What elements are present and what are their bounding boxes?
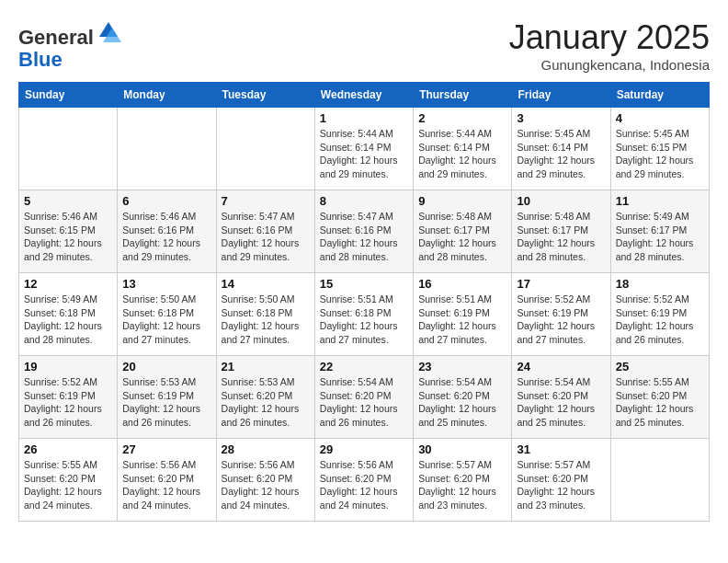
- day-number: 26: [24, 442, 112, 456]
- calendar-cell: 24Sunrise: 5:54 AM Sunset: 6:20 PM Dayli…: [512, 356, 610, 439]
- calendar-cell: 15Sunrise: 5:51 AM Sunset: 6:18 PM Dayli…: [314, 273, 413, 356]
- day-info: Sunrise: 5:54 AM Sunset: 6:20 PM Dayligh…: [320, 375, 408, 430]
- day-number: 16: [418, 277, 506, 291]
- logo-icon: [96, 18, 121, 44]
- day-info: Sunrise: 5:50 AM Sunset: 6:18 PM Dayligh…: [122, 293, 210, 347]
- calendar-cell: 8Sunrise: 5:47 AM Sunset: 6:16 PM Daylig…: [314, 190, 413, 273]
- day-number: 19: [24, 360, 112, 373]
- day-info: Sunrise: 5:45 AM Sunset: 6:14 PM Dayligh…: [517, 127, 605, 181]
- day-number: 5: [24, 194, 112, 208]
- calendar-subtitle: Gunungkencana, Indonesia: [509, 57, 710, 73]
- day-info: Sunrise: 5:56 AM Sunset: 6:20 PM Dayligh…: [222, 458, 310, 512]
- day-info: Sunrise: 5:46 AM Sunset: 6:16 PM Dayligh…: [122, 210, 210, 264]
- day-info: Sunrise: 5:57 AM Sunset: 6:20 PM Dayligh…: [517, 458, 605, 512]
- calendar-cell: 2Sunrise: 5:44 AM Sunset: 6:14 PM Daylig…: [414, 108, 512, 190]
- day-info: Sunrise: 5:51 AM Sunset: 6:19 PM Dayligh…: [418, 293, 506, 347]
- day-number: 2: [418, 111, 506, 125]
- day-info: Sunrise: 5:53 AM Sunset: 6:19 PM Dayligh…: [122, 375, 210, 430]
- weekday-header-cell: Thursday: [414, 83, 512, 108]
- calendar-week-row: 26Sunrise: 5:55 AM Sunset: 6:20 PM Dayli…: [19, 439, 710, 522]
- weekday-header-cell: Tuesday: [216, 83, 314, 108]
- day-info: Sunrise: 5:49 AM Sunset: 6:18 PM Dayligh…: [24, 293, 112, 347]
- calendar-week-row: 1Sunrise: 5:44 AM Sunset: 6:14 PM Daylig…: [19, 108, 710, 190]
- day-info: Sunrise: 5:45 AM Sunset: 6:15 PM Dayligh…: [616, 127, 704, 181]
- calendar-table: SundayMondayTuesdayWednesdayThursdayFrid…: [18, 82, 710, 522]
- day-number: 21: [222, 360, 310, 373]
- calendar-title: January 2025: [509, 18, 710, 57]
- day-number: 23: [418, 360, 506, 373]
- day-info: Sunrise: 5:53 AM Sunset: 6:20 PM Dayligh…: [222, 375, 310, 430]
- calendar-cell: 10Sunrise: 5:48 AM Sunset: 6:17 PM Dayli…: [512, 190, 610, 273]
- calendar-cell: [118, 108, 216, 190]
- weekday-header-row: SundayMondayTuesdayWednesdayThursdayFrid…: [19, 83, 710, 108]
- day-info: Sunrise: 5:55 AM Sunset: 6:20 PM Dayligh…: [24, 458, 112, 512]
- day-number: 8: [320, 194, 408, 208]
- day-info: Sunrise: 5:56 AM Sunset: 6:20 PM Dayligh…: [320, 458, 408, 512]
- calendar-cell: 13Sunrise: 5:50 AM Sunset: 6:18 PM Dayli…: [118, 273, 216, 356]
- calendar-cell: 26Sunrise: 5:55 AM Sunset: 6:20 PM Dayli…: [19, 439, 118, 522]
- day-number: 29: [320, 442, 408, 456]
- day-number: 24: [517, 360, 605, 373]
- calendar-week-row: 12Sunrise: 5:49 AM Sunset: 6:18 PM Dayli…: [19, 273, 710, 356]
- day-number: 18: [616, 277, 704, 291]
- weekday-header-cell: Saturday: [610, 83, 709, 108]
- day-number: 31: [517, 442, 605, 456]
- day-number: 15: [320, 277, 408, 291]
- day-number: 27: [122, 442, 210, 456]
- day-number: 7: [222, 194, 310, 208]
- calendar-cell: 21Sunrise: 5:53 AM Sunset: 6:20 PM Dayli…: [216, 356, 314, 439]
- logo-blue-text: Blue: [18, 48, 63, 71]
- day-info: Sunrise: 5:51 AM Sunset: 6:18 PM Dayligh…: [320, 293, 408, 347]
- day-number: 6: [122, 194, 210, 208]
- day-info: Sunrise: 5:52 AM Sunset: 6:19 PM Dayligh…: [517, 293, 605, 347]
- day-info: Sunrise: 5:49 AM Sunset: 6:17 PM Dayligh…: [616, 210, 704, 264]
- day-info: Sunrise: 5:50 AM Sunset: 6:18 PM Dayligh…: [222, 293, 310, 347]
- calendar-cell: 11Sunrise: 5:49 AM Sunset: 6:17 PM Dayli…: [610, 190, 709, 273]
- day-number: 13: [122, 277, 210, 291]
- calendar-cell: 23Sunrise: 5:54 AM Sunset: 6:20 PM Dayli…: [414, 356, 512, 439]
- calendar-cell: 18Sunrise: 5:52 AM Sunset: 6:19 PM Dayli…: [610, 273, 709, 356]
- logo-general-text: General: [18, 26, 94, 49]
- calendar-week-row: 5Sunrise: 5:46 AM Sunset: 6:15 PM Daylig…: [19, 190, 710, 273]
- day-info: Sunrise: 5:55 AM Sunset: 6:20 PM Dayligh…: [616, 375, 704, 430]
- calendar-cell: 30Sunrise: 5:57 AM Sunset: 6:20 PM Dayli…: [414, 439, 512, 522]
- calendar-cell: 3Sunrise: 5:45 AM Sunset: 6:14 PM Daylig…: [512, 108, 610, 190]
- calendar-cell: 4Sunrise: 5:45 AM Sunset: 6:15 PM Daylig…: [610, 108, 709, 190]
- calendar-cell: 27Sunrise: 5:56 AM Sunset: 6:20 PM Dayli…: [118, 439, 216, 522]
- day-number: 9: [418, 194, 506, 208]
- calendar-cell: 12Sunrise: 5:49 AM Sunset: 6:18 PM Dayli…: [19, 273, 118, 356]
- calendar-cell: 17Sunrise: 5:52 AM Sunset: 6:19 PM Dayli…: [512, 273, 610, 356]
- calendar-cell: 7Sunrise: 5:47 AM Sunset: 6:16 PM Daylig…: [216, 190, 314, 273]
- day-info: Sunrise: 5:44 AM Sunset: 6:14 PM Dayligh…: [418, 127, 506, 181]
- day-number: 4: [616, 111, 704, 125]
- day-number: 28: [222, 442, 310, 456]
- calendar-cell: 14Sunrise: 5:50 AM Sunset: 6:18 PM Dayli…: [216, 273, 314, 356]
- day-number: 1: [320, 111, 408, 125]
- calendar-body: 1Sunrise: 5:44 AM Sunset: 6:14 PM Daylig…: [19, 108, 710, 522]
- day-number: 12: [24, 277, 112, 291]
- day-number: 11: [616, 194, 704, 208]
- day-info: Sunrise: 5:48 AM Sunset: 6:17 PM Dayligh…: [418, 210, 506, 264]
- day-info: Sunrise: 5:54 AM Sunset: 6:20 PM Dayligh…: [517, 375, 605, 430]
- logo: General Blue: [18, 18, 121, 71]
- calendar-cell: 19Sunrise: 5:52 AM Sunset: 6:19 PM Dayli…: [19, 356, 118, 439]
- weekday-header-cell: Wednesday: [314, 83, 413, 108]
- calendar-cell: 5Sunrise: 5:46 AM Sunset: 6:15 PM Daylig…: [19, 190, 118, 273]
- day-number: 14: [222, 277, 310, 291]
- weekday-header-cell: Monday: [118, 83, 216, 108]
- calendar-cell: 22Sunrise: 5:54 AM Sunset: 6:20 PM Dayli…: [314, 356, 413, 439]
- day-info: Sunrise: 5:48 AM Sunset: 6:17 PM Dayligh…: [517, 210, 605, 264]
- calendar-cell: 9Sunrise: 5:48 AM Sunset: 6:17 PM Daylig…: [414, 190, 512, 273]
- calendar-cell: 6Sunrise: 5:46 AM Sunset: 6:16 PM Daylig…: [118, 190, 216, 273]
- calendar-cell: 1Sunrise: 5:44 AM Sunset: 6:14 PM Daylig…: [314, 108, 413, 190]
- day-number: 25: [616, 360, 704, 373]
- day-info: Sunrise: 5:47 AM Sunset: 6:16 PM Dayligh…: [222, 210, 310, 264]
- day-number: 20: [122, 360, 210, 373]
- calendar-week-row: 19Sunrise: 5:52 AM Sunset: 6:19 PM Dayli…: [19, 356, 710, 439]
- calendar-cell: 31Sunrise: 5:57 AM Sunset: 6:20 PM Dayli…: [512, 439, 610, 522]
- day-info: Sunrise: 5:52 AM Sunset: 6:19 PM Dayligh…: [24, 375, 112, 430]
- day-info: Sunrise: 5:57 AM Sunset: 6:20 PM Dayligh…: [418, 458, 506, 512]
- weekday-header-cell: Sunday: [19, 83, 118, 108]
- day-number: 22: [320, 360, 408, 373]
- calendar-cell: 29Sunrise: 5:56 AM Sunset: 6:20 PM Dayli…: [314, 439, 413, 522]
